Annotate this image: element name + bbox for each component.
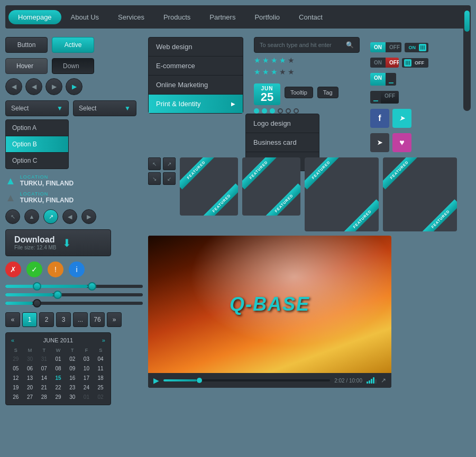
nav-about[interactable]: About Us (61, 10, 108, 24)
nav-contact[interactable]: Contact (289, 10, 332, 24)
cal-day-w5-5[interactable]: 01 (80, 393, 94, 402)
arrow-right-1[interactable]: ▶ (45, 78, 62, 95)
icon-btn-warning[interactable]: ! (48, 262, 63, 277)
cal-day-w2-2[interactable]: 07 (37, 364, 51, 373)
slider-1-thumb-2[interactable] (88, 282, 96, 291)
page-next[interactable]: » (107, 312, 122, 327)
menu-web-design[interactable]: Web design (149, 38, 243, 57)
toggle-off-4[interactable]: ⎯ OFF (370, 91, 399, 104)
cal-day-w5-1[interactable]: 27 (23, 393, 37, 402)
cal-day-w3-1[interactable]: 13 (23, 374, 37, 383)
cal-day-w2-1[interactable]: 06 (23, 364, 37, 373)
cal-day-w4-1[interactable]: 20 (23, 383, 37, 392)
nav-products[interactable]: Products (154, 10, 200, 24)
star-1[interactable]: ★ (254, 56, 261, 64)
cal-day-w1-4[interactable]: 02 (66, 355, 79, 363)
nav-services[interactable]: Services (108, 10, 154, 24)
slider-3-thumb[interactable] (33, 299, 41, 307)
slider-3[interactable] (5, 302, 143, 305)
cal-day-w2-0[interactable]: 05 (9, 364, 23, 373)
cal-day-w4-5[interactable]: 24 (80, 383, 94, 392)
cal-day-w1-0[interactable]: 29 (9, 355, 23, 363)
dropdown-option-c[interactable]: Option C (6, 153, 68, 169)
nav-arr-ul[interactable]: ↖ (5, 209, 20, 224)
share-button[interactable]: ➤ (370, 133, 389, 152)
toggle-slider-2[interactable]: OFF (402, 58, 428, 68)
slider-2-thumb[interactable] (53, 291, 62, 299)
sm-btn-4[interactable]: ↙ (163, 172, 176, 185)
select-2[interactable]: Select ▼ (73, 100, 136, 116)
page-2[interactable]: 2 (39, 312, 54, 327)
cal-day-w5-3[interactable]: 29 (51, 393, 65, 402)
button-active[interactable]: Active (52, 37, 94, 53)
button-down[interactable]: Down (52, 58, 94, 74)
toggle-slider-1[interactable]: ON (405, 43, 429, 52)
select-1[interactable]: Select ▼ (5, 100, 69, 116)
menu-ecommerce[interactable]: E-commerce (149, 57, 243, 76)
nav-portfolio[interactable]: Portfolio (245, 10, 289, 24)
progress-bar[interactable] (163, 379, 330, 381)
toggle-on-1[interactable]: ON OFF (370, 42, 401, 52)
icon-btn-info[interactable]: i (69, 262, 85, 277)
cal-day-w2-5[interactable]: 10 (80, 364, 94, 373)
slider-1[interactable] (5, 285, 143, 288)
nav-homepage[interactable]: Homepage (8, 10, 61, 24)
star-8[interactable]: ★ (271, 68, 278, 76)
dropdown-option-b[interactable]: Option B (6, 136, 68, 153)
sm-btn-3[interactable]: ↘ (148, 172, 161, 185)
submenu-business-card[interactable]: Business card (246, 133, 319, 152)
submenu-logo[interactable]: Logo design (246, 114, 319, 133)
nav-arr-right[interactable]: ▶ (81, 209, 96, 224)
toggle-off-2[interactable]: ON OFF (370, 58, 399, 68)
toggle-on-3[interactable]: ON ⎯ (370, 73, 396, 86)
cal-day-w1-3[interactable]: 01 (51, 355, 65, 363)
heart-button[interactable]: ♥ (392, 133, 411, 152)
star-5[interactable]: ★ (288, 56, 295, 64)
scrollbar[interactable] (463, 5, 471, 111)
tag-button[interactable]: Tag (317, 87, 338, 98)
play-button[interactable]: ▶ (153, 376, 159, 385)
page-prev[interactable]: « (5, 312, 20, 327)
cal-day-w4-2[interactable]: 21 (37, 383, 51, 392)
page-3[interactable]: 3 (56, 312, 71, 327)
cal-day-w3-0[interactable]: 12 (9, 374, 23, 383)
page-1[interactable]: 1 (22, 312, 37, 327)
cal-day-today[interactable]: 15 (51, 374, 65, 383)
nav-arr-left[interactable]: ◀ (62, 209, 77, 224)
nav-arr-up[interactable]: ▲ (24, 209, 39, 224)
cal-next[interactable]: » (102, 337, 105, 343)
twitter-button[interactable]: ➤ (392, 109, 411, 128)
icon-btn-check[interactable]: ✓ (26, 262, 42, 277)
nav-arr-ur[interactable]: ↗ (43, 209, 58, 224)
cal-day-w2-4[interactable]: 09 (66, 364, 79, 373)
cal-day-w3-2[interactable]: 14 (37, 374, 51, 383)
star-9[interactable]: ★ (279, 68, 286, 76)
cal-day-w1-6[interactable]: 04 (94, 355, 107, 363)
cal-day-w3-4[interactable]: 16 (66, 374, 79, 383)
arrow-left-1[interactable]: ◀ (5, 78, 22, 95)
menu-print-identity[interactable]: Print & Identity ▶ (149, 95, 243, 113)
star-3[interactable]: ★ (271, 56, 278, 64)
cal-day-w2-3[interactable]: 08 (51, 364, 65, 373)
slider-2[interactable] (5, 293, 143, 296)
cal-day-w3-6[interactable]: 18 (94, 374, 107, 383)
arrow-left-2[interactable]: ◀ (25, 78, 42, 95)
cal-day-w4-6[interactable]: 25 (94, 383, 107, 392)
search-bar[interactable]: To search type and hit enter 🔍 (254, 37, 360, 53)
arrow-right-2[interactable]: ▶ (66, 78, 83, 95)
facebook-button[interactable]: f (370, 109, 389, 128)
button-hover[interactable]: Hover (5, 58, 48, 74)
slider-1-thumb-1[interactable] (33, 282, 41, 291)
cal-day-w4-3[interactable]: 22 (51, 383, 65, 392)
star-4[interactable]: ★ (279, 56, 286, 64)
cal-day-w4-0[interactable]: 19 (9, 383, 23, 392)
cal-day-w1-2[interactable]: 31 (37, 355, 51, 363)
cal-day-w1-5[interactable]: 03 (80, 355, 94, 363)
cal-day-w4-4[interactable]: 23 (66, 383, 79, 392)
cal-day-w5-0[interactable]: 26 (9, 393, 23, 402)
menu-online-marketing[interactable]: Online Marketing (149, 76, 243, 95)
nav-partners[interactable]: Partners (200, 10, 245, 24)
cal-day-w5-2[interactable]: 28 (37, 393, 51, 402)
icon-btn-close[interactable]: ✗ (5, 262, 21, 277)
fullscreen-button[interactable]: ↗ (381, 377, 386, 384)
